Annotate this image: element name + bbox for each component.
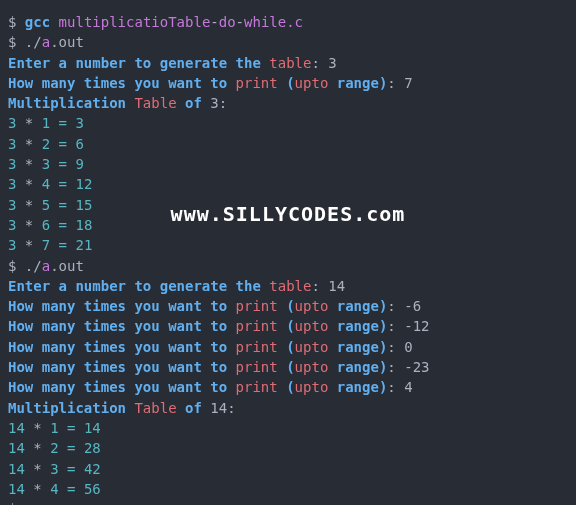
source-file-part3: while.c	[244, 14, 303, 30]
range-prompt-attempt: How many times you want to print (upto r…	[8, 296, 568, 316]
input-range-attempt: 4	[404, 379, 412, 395]
input-range-1: 7	[404, 75, 412, 91]
prompt-symbol: $	[8, 14, 25, 30]
range-prompt-1: How many times you want to print (upto r…	[8, 73, 568, 93]
input-range-attempt: -23	[404, 359, 429, 375]
source-file-part2: do	[219, 14, 236, 30]
table-row: 3 * 4 = 12	[8, 174, 568, 194]
table-row: 14 * 2 = 28	[8, 438, 568, 458]
enter-number-prompt-2: Enter a number to generate the table: 14	[8, 276, 568, 296]
final-prompt: $	[8, 499, 568, 505]
table-header-2: Multiplication Table of 14:	[8, 398, 568, 418]
table-row: 3 * 1 = 3	[8, 113, 568, 133]
terminal-output: $ gcc multiplicatioTable-do-while.c $ ./…	[8, 12, 568, 505]
gcc-command-line: $ gcc multiplicatioTable-do-while.c	[8, 12, 568, 32]
range-attempts: How many times you want to print (upto r…	[8, 296, 568, 397]
enter-number-prompt-1: Enter a number to generate the table: 3	[8, 53, 568, 73]
watermark: www.SILLYCODES.com	[171, 200, 406, 229]
input-range-attempt: -6	[404, 298, 421, 314]
input-range-attempt: -12	[404, 318, 429, 334]
table-rows-2: 14 * 1 = 1414 * 2 = 2814 * 3 = 4214 * 4 …	[8, 418, 568, 499]
table-row: 3 * 2 = 6	[8, 134, 568, 154]
run-command-1: $ ./a.out	[8, 32, 568, 52]
table-row: 14 * 4 = 56	[8, 479, 568, 499]
range-prompt-attempt: How many times you want to print (upto r…	[8, 337, 568, 357]
run-command-2: $ ./a.out	[8, 256, 568, 276]
table-row: 14 * 3 = 42	[8, 459, 568, 479]
table-row: 3 * 7 = 21	[8, 235, 568, 255]
range-prompt-attempt: How many times you want to print (upto r…	[8, 357, 568, 377]
input-num-1: 3	[328, 55, 336, 71]
executable-a: a	[42, 34, 50, 50]
table-row: 14 * 1 = 14	[8, 418, 568, 438]
range-prompt-attempt: How many times you want to print (upto r…	[8, 377, 568, 397]
input-num-2: 14	[328, 278, 345, 294]
table-header-1: Multiplication Table of 3:	[8, 93, 568, 113]
table-row: 3 * 3 = 9	[8, 154, 568, 174]
input-range-attempt: 0	[404, 339, 412, 355]
range-prompt-attempt: How many times you want to print (upto r…	[8, 316, 568, 336]
source-file-part1: multiplicatioTable	[59, 14, 211, 30]
table-rows-1: 3 * 1 = 33 * 2 = 63 * 3 = 93 * 4 = 123 *…	[8, 113, 568, 255]
gcc-cmd: gcc	[25, 14, 50, 30]
